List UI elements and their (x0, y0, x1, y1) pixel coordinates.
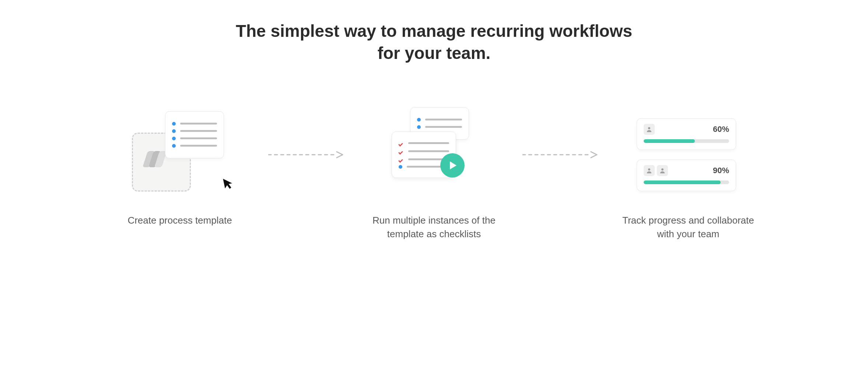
step-track-progress: 60% (609, 112, 767, 241)
illustration-create-template (132, 112, 228, 197)
flow-arrow-icon (259, 112, 355, 197)
step-caption: Track progress and collaborate with your… (622, 214, 755, 241)
illustration-track-progress: 60% (637, 112, 740, 197)
check-icon (399, 157, 404, 162)
bullet-icon (172, 122, 176, 126)
bullet-icon (417, 118, 421, 122)
progress-card: 60% (637, 118, 736, 150)
step-caption: Run multiple instances of the template a… (368, 214, 500, 241)
headline: The simplest way to manage recurring wor… (231, 20, 637, 64)
checklist-card-front-icon (392, 132, 456, 178)
check-icon (399, 141, 404, 146)
progress-percent: 60% (713, 125, 729, 134)
feature-diagram: The simplest way to manage recurring wor… (0, 0, 868, 241)
step-create-template: Create process template (101, 112, 259, 228)
progress-bar-fill (644, 181, 721, 184)
user-icon (644, 165, 655, 176)
bullet-icon (399, 165, 402, 169)
bullet-icon (172, 129, 176, 133)
steps-row: Create process template (0, 112, 868, 241)
bullet-icon (172, 144, 176, 148)
template-card-icon (165, 111, 224, 158)
illustration-run-checklists (392, 112, 476, 197)
user-icon (644, 124, 655, 135)
bullet-icon (172, 137, 176, 140)
bullet-icon (417, 125, 421, 129)
progress-bar-fill (644, 139, 695, 143)
progress-percent: 90% (713, 166, 729, 175)
svg-point-4 (661, 168, 664, 171)
progress-card: 90% (637, 160, 736, 191)
user-icon (657, 165, 668, 176)
svg-point-2 (648, 127, 650, 129)
play-icon (440, 153, 465, 178)
step-caption: Create process template (127, 214, 232, 228)
progress-bar (644, 139, 729, 143)
content-swatches-icon (147, 151, 164, 167)
step-run-checklists: Run multiple instances of the template a… (355, 112, 513, 241)
check-icon (399, 149, 404, 154)
cursor-icon (222, 176, 236, 193)
svg-point-3 (648, 168, 650, 171)
flow-arrow-icon (513, 112, 609, 197)
progress-bar (644, 181, 729, 184)
